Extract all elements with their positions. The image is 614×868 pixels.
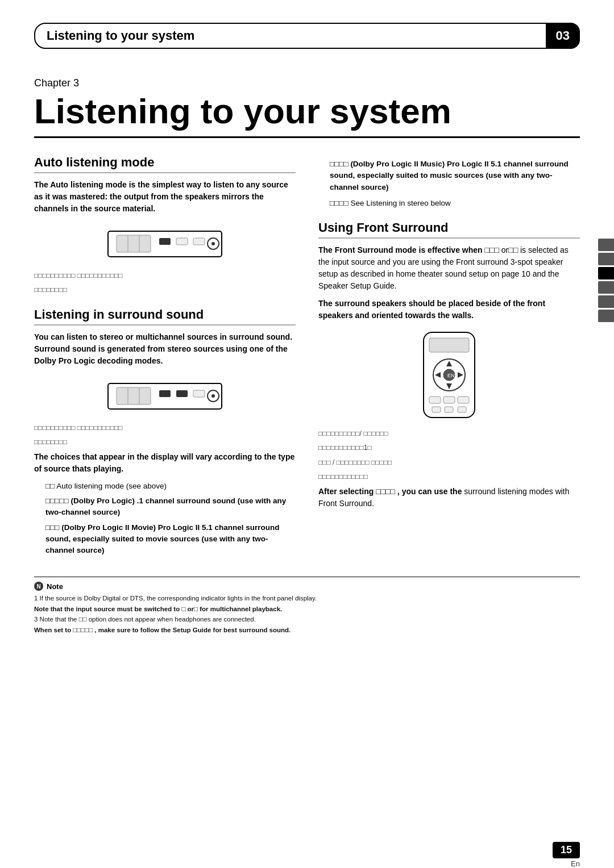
svg-rect-19: [429, 338, 469, 352]
svg-rect-15: [193, 390, 205, 397]
page-number-area: 15 En: [553, 842, 580, 868]
side-tab-3: [598, 267, 614, 279]
auto-listening-heading: Auto listening mode: [34, 155, 296, 173]
chapter-title: Listening to your system: [34, 92, 580, 138]
note-section: N Note 1 If the source is Dolby Digital …: [34, 577, 580, 635]
svg-rect-32: [458, 407, 466, 412]
auto-jp-line1: □□□□□□□□□□ □□□□□□□□□□□: [34, 270, 296, 281]
side-tab-6: [598, 310, 614, 322]
svg-text:ENT: ENT: [447, 373, 458, 378]
sub-item-2: □□□□□ (Dolby Pro Logic) .1 channel surro…: [45, 495, 296, 519]
device-illustration-3: ENT: [318, 329, 580, 420]
surround-speakers-text: The surround speakers should be placed b…: [318, 298, 580, 322]
note-item-4: When set to □□□□□ , make sure to follow …: [34, 625, 580, 635]
front-surround-jp5: □□□ / □□□□□□□□ □□□□□: [318, 457, 580, 468]
svg-rect-5: [176, 238, 188, 245]
surround-body: You can listen to stereo or multichannel…: [34, 331, 296, 367]
side-tab-4: [598, 281, 614, 294]
svg-point-17: [211, 394, 215, 398]
surround-jp-line1: □□□□□□□□□□ □□□□□□□□□□□: [34, 423, 296, 433]
svg-rect-4: [159, 238, 171, 245]
dolby-music-item: □□□□ (Dolby Pro Logic II Music) Pro Logi…: [330, 158, 580, 193]
svg-marker-23: [435, 372, 441, 378]
svg-marker-22: [446, 383, 452, 389]
front-surround-jp4: □□□□□□□□□□□1□: [318, 443, 580, 453]
header-title: Listening to your system: [47, 28, 567, 43]
front-surround-body1: The Front Surround mode is effective whe…: [318, 244, 580, 292]
side-tabs: [598, 239, 614, 322]
sub-item-3: □□□ (Dolby Pro Logic II Movie) Pro Logic…: [45, 522, 296, 557]
after-selecting-text: After selecting □□□□ , you can use the s…: [318, 486, 580, 510]
front-surround-jp6: □□□□□□□□□□□□: [318, 471, 580, 482]
front-surround-prefix: □□□: [484, 245, 501, 254]
note-heading: N Note: [34, 582, 580, 591]
note-label: Note: [47, 582, 63, 591]
svg-rect-28: [443, 397, 455, 403]
surround-vary-bold: The choices that appear in the display w…: [34, 452, 294, 473]
page-number: 15: [553, 842, 580, 858]
surround-heading: Listening in surround sound: [34, 307, 296, 326]
auto-jp-line2: □□□□□□□□: [34, 285, 296, 295]
svg-marker-21: [446, 361, 452, 366]
surround-vary-text: The choices that appear in the display w…: [34, 451, 296, 475]
header-number: 03: [546, 23, 580, 49]
svg-rect-29: [458, 397, 469, 403]
surround-body-bold: You can listen to stereo or multichannel…: [34, 332, 292, 365]
col-right: □□□□ (Dolby Pro Logic II Music) Pro Logi…: [318, 155, 580, 560]
svg-rect-6: [193, 238, 205, 245]
svg-rect-27: [429, 397, 441, 403]
page-lang: En: [571, 859, 580, 868]
device-illustration-2: [34, 375, 296, 415]
svg-marker-24: [458, 372, 463, 378]
receiver-svg-1: [102, 223, 227, 262]
auto-listening-body: The Auto listening mode is the simplest …: [34, 179, 296, 215]
surround-jp-line2: □□□□□□□□: [34, 437, 296, 448]
page: Listening to your system 03 Chapter 3 Li…: [0, 23, 614, 868]
chapter-label: Chapter 3: [34, 77, 580, 89]
device-illustration-1: [34, 223, 296, 262]
sub-item-1: □□ Auto listening mode (see above): [45, 481, 296, 492]
side-tab-5: [598, 295, 614, 308]
svg-rect-13: [159, 390, 171, 397]
note-icon: N: [34, 582, 43, 591]
see-item: □□□□ See Listening in stereo below: [330, 198, 580, 209]
svg-rect-10: [117, 387, 151, 404]
front-surround-jp3: □□□□□□□□□□/ □□□□□□: [318, 428, 580, 439]
remote-svg: ENT: [398, 329, 500, 420]
side-tab-2: [598, 253, 614, 265]
svg-rect-14: [176, 390, 188, 397]
svg-rect-31: [445, 407, 453, 412]
svg-rect-30: [432, 407, 441, 412]
svg-point-8: [211, 242, 215, 245]
front-surround-heading: Using Front Surround: [318, 220, 580, 239]
svg-rect-1: [117, 235, 151, 252]
note-item-1: 1 If the source is Dolby Digital or DTS,…: [34, 593, 580, 603]
col-left: Auto listening mode The Auto listening m…: [34, 155, 296, 560]
note-item-2: Note that the input source must be switc…: [34, 604, 580, 614]
main-content: Auto listening mode The Auto listening m…: [34, 155, 580, 560]
receiver-svg-2: [102, 375, 227, 415]
side-tab-1: [598, 239, 614, 251]
auto-listening-body-bold: The Auto listening mode is the simplest …: [34, 180, 288, 213]
header-bar: Listening to your system 03: [34, 23, 580, 49]
note-item-3: 3 Note that the □□ option does not appea…: [34, 614, 580, 624]
